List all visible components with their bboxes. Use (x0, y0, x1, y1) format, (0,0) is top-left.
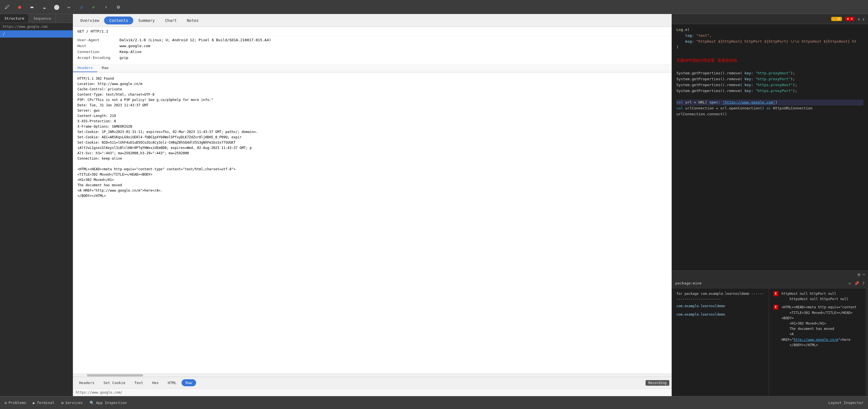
response-line-11: Set-Cookie: AEC=ARSKqsLG9xiUEHl4-fbBG1pX… (78, 135, 667, 140)
bottom-panel: package:mine ✕ 📌 ? for package com.examp… (672, 278, 868, 396)
error-badge-2: E (773, 305, 778, 310)
code-line-4: System.getProperties().remove( key: "htt… (676, 70, 864, 76)
traffic-item-google[interactable]: https://www.google.com (0, 23, 73, 30)
minimize-icon[interactable]: − (862, 272, 865, 277)
bottom-tab-setcookie[interactable]: Set Cookie (100, 379, 129, 386)
response-line-8: X-XSS-Protection: 0 (78, 119, 667, 124)
tab-notes[interactable]: Notes (182, 17, 204, 24)
toolbar-icon-record[interactable]: ● (16, 3, 24, 11)
expand-icon[interactable]: ∧ (858, 17, 860, 21)
log-package-1: com.example.learnssldemo (676, 304, 764, 309)
code-line-2: msg: "httpHost ${httpHost} httpPort ${ht… (676, 39, 864, 44)
log-header: for package com.example.learnssldemo ---… (676, 291, 764, 302)
close-bottom-panel[interactable]: ✕ (848, 281, 850, 286)
app-inspection-label: App Inspection (96, 401, 127, 405)
tab-contents[interactable]: Contents (104, 17, 133, 24)
status-item-app-inspection[interactable]: 🔍 App Inspection (90, 401, 127, 405)
tab-summary[interactable]: Summary (133, 17, 160, 24)
settings-icon[interactable]: ⚙ (858, 272, 861, 277)
tab-sequence[interactable]: Sequence (29, 14, 56, 23)
response-line-7: Content-Length: 219 (78, 113, 667, 118)
collapse-icon[interactable]: ∨ (862, 17, 865, 21)
response-line-1: Location: http://www.google.cn/m (78, 81, 667, 86)
code-line-1: tag: "test", (676, 33, 864, 39)
help-icon[interactable]: ? (862, 281, 865, 286)
code-line-6: System.getProperties().remove( key: "htt… (676, 82, 864, 88)
response-line-html2: <TITLE>302 Moved</TITLE></HEAD><BODY> (78, 172, 667, 177)
recording-badge: Recording (646, 380, 670, 386)
request-line: GET / HTTP/1.1 (73, 27, 672, 36)
chinese-annotation: 无视APP清除代理设置 直接抓到包 (676, 56, 864, 65)
response-line-6: Server: gws (78, 108, 667, 113)
toolbar-icon-stop[interactable]: ▬ (28, 3, 36, 11)
log-entry-1: com.example.learnssldemo (676, 304, 764, 309)
status-item-terminal[interactable]: ▶ Terminal (33, 401, 55, 405)
status-item-layout-inspector[interactable]: Layout Inspector (829, 401, 864, 405)
bottom-tab-headers[interactable]: Headers (75, 379, 98, 386)
code-line-0: Log.e( (676, 27, 864, 33)
value-host: www.google.com (120, 44, 150, 48)
code-area: Log.e( tag: "test", msg: "httpHost ${htt… (672, 24, 868, 271)
section-tab-raw[interactable]: Raw (97, 64, 113, 72)
log-msg-2: <HTML><HEAD><meta http-equiv="content <T… (782, 305, 861, 348)
right-scrollbar[interactable] (866, 288, 868, 396)
value-user-agent: Dalvik/2.1.0 (Linux; U; Android 12; Pixe… (120, 38, 271, 42)
right-header: ⚠ 10 ✖ 4 ∧ ∨ (672, 14, 868, 24)
right-panel: ⚠ 10 ✖ 4 ∧ ∨ Log.e( tag: "test", msg: "h… (672, 14, 868, 396)
left-panel-tabs: Structure Sequence (0, 14, 73, 23)
response-line-10: Set-Cookie: 1P_JAR=2023-01-31-11; expire… (78, 129, 667, 134)
response-line-14: Alt-Svc: h3=":443"; ma=2592000,h3-29=":4… (78, 151, 667, 156)
terminal-label: Terminal (37, 401, 55, 405)
response-line-html4: The document has moved (78, 183, 667, 188)
response-line-0: HTTP/1.1 302 Found (78, 76, 667, 81)
pin-icon[interactable]: 📌 (854, 281, 859, 286)
toolbar: 🖊 ● ▬ ☁ ⬤ ✏ ↺ ✔ › ⚙ (0, 0, 868, 14)
center-tabs: Overview Contents Summary Chart Notes (73, 14, 672, 27)
code-line-connect: urlConnection.connect() (676, 112, 864, 117)
bottom-tab-hex[interactable]: Hex (148, 379, 162, 386)
status-item-problems[interactable]: ⊙ Problems (4, 401, 26, 405)
section-tabs: Headers Raw (73, 64, 672, 72)
horizontal-scrollbar[interactable] (73, 373, 672, 377)
tab-chart[interactable]: Chart (160, 17, 182, 24)
toolbar-icon-dot[interactable]: ⬤ (53, 3, 61, 11)
code-line-blank2 (676, 65, 864, 70)
services-icon: ⚙ (61, 401, 63, 405)
bottom-tab-raw[interactable]: Raw (182, 379, 196, 386)
code-line-blank3 (676, 94, 864, 100)
response-line-blank (78, 161, 667, 166)
bottom-tab-text[interactable]: Text (130, 379, 147, 386)
log-right-entry-2: E <HTML><HEAD><meta http-equiv="content … (773, 305, 861, 348)
toolbar-icon-settings[interactable]: ⚙ (115, 3, 122, 11)
code-line-blank1 (676, 50, 864, 56)
tab-overview[interactable]: Overview (75, 17, 104, 24)
info-host: Host www.google.com (78, 43, 667, 49)
tab-structure[interactable]: Structure (0, 14, 29, 23)
code-line-url: val url = URL( spec: "https://www.google… (676, 100, 864, 105)
toolbar-icon-cloud[interactable]: ☁ (40, 3, 48, 11)
info-user-agent: User-Agent Dalvik/2.1.0 (Linux; U; Andro… (78, 37, 667, 43)
services-label: Services (65, 401, 83, 405)
response-line-html5: <A HREF="http://www.google.cn/m">here</A… (78, 188, 667, 193)
status-item-services[interactable]: ⚙ Services (61, 401, 83, 405)
traffic-item-root[interactable]: / (0, 30, 73, 38)
toolbar-icon-arrow[interactable]: › (102, 3, 110, 11)
label-accept-encoding: Accept-Encoding (78, 56, 120, 60)
bottom-tabs: Headers Set Cookie Text Hex HTML Raw Rec… (73, 377, 672, 388)
log-right-entry-1: E httpHost null httpPort null httpsHost … (773, 291, 861, 302)
error-badge-1: E (773, 291, 778, 296)
bottom-tab-html[interactable]: HTML (164, 379, 180, 386)
terminal-icon: ▶ (33, 401, 35, 405)
left-panel: Structure Sequence https://www.google.co… (0, 14, 73, 396)
toolbar-icon-edit[interactable]: ✏ (65, 3, 73, 11)
toolbar-icon-pen[interactable]: 🖊 (3, 3, 11, 11)
toolbar-icon-check[interactable]: ✔ (90, 3, 98, 11)
problems-icon: ⊙ (4, 401, 7, 405)
response-line-13: iAlYJvL1gseiGlKeysl3iBlcl6Nr0P7qYHWxxiUE… (78, 145, 667, 150)
toolbar-icon-refresh[interactable]: ↺ (78, 3, 85, 11)
section-tab-headers[interactable]: Headers (73, 64, 97, 72)
problems-label: Problems (8, 401, 26, 405)
layout-inspector-label: Layout Inspector (829, 401, 864, 405)
scrollbar-thumb (87, 374, 143, 376)
code-line-3: ) (676, 44, 864, 50)
